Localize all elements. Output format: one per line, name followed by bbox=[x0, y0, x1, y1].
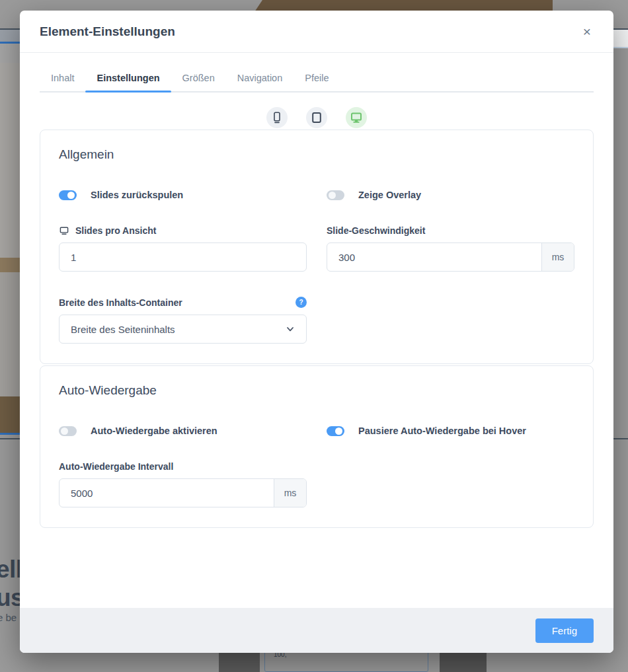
background-page-edge bbox=[613, 30, 628, 48]
field-slides-pro-ansicht: Slides pro Ansicht bbox=[59, 225, 307, 272]
background-paragraph-fragment: e be bbox=[0, 612, 17, 623]
section-title: Allgemein bbox=[59, 147, 574, 162]
background-dark-block bbox=[219, 653, 260, 672]
tab-groessen[interactable]: Größen bbox=[171, 73, 226, 91]
screen: elle us e be 100, Element-Einstellungen … bbox=[0, 0, 628, 672]
field-label-text: Slides pro Ansicht bbox=[75, 225, 156, 236]
device-desktop-button[interactable] bbox=[346, 107, 367, 128]
toggle-label: Slides zurückspulen bbox=[91, 190, 183, 200]
unit-suffix: ms bbox=[541, 243, 574, 271]
device-tablet-button[interactable] bbox=[306, 107, 327, 128]
slide-speed-input[interactable] bbox=[327, 243, 541, 271]
chevron-down-icon bbox=[286, 324, 295, 334]
autoplay-interval-input[interactable] bbox=[59, 479, 274, 507]
section-allgemein: Allgemein Slides zurückspulen Zeige Over… bbox=[40, 130, 594, 364]
device-phone-button[interactable] bbox=[266, 107, 288, 128]
toggle-slides-zurueckspulen[interactable] bbox=[59, 190, 77, 200]
modal-header: Element-Einstellungen × bbox=[20, 11, 613, 53]
toggle-label: Auto-Wiedergabe aktivieren bbox=[91, 426, 217, 436]
unit-suffix: ms bbox=[274, 479, 306, 507]
tab-inhalt[interactable]: Inhalt bbox=[40, 73, 85, 91]
field-label-text: Auto-Wiedergabe Intervall bbox=[59, 461, 173, 472]
monitor-icon bbox=[59, 225, 69, 236]
field-breite-inhalts-container: Breite des Inhalts-Container ? Breite de… bbox=[59, 297, 307, 344]
device-switcher bbox=[20, 107, 613, 128]
tab-pfeile[interactable]: Pfeile bbox=[294, 73, 340, 91]
fertig-button[interactable]: Fertig bbox=[535, 618, 594, 643]
help-icon[interactable]: ? bbox=[295, 297, 307, 308]
modal-footer: Fertig bbox=[20, 608, 613, 653]
close-icon[interactable]: × bbox=[580, 22, 594, 41]
section-auto-wiedergabe: Auto-Wiedergabe Auto-Wiedergabe aktivier… bbox=[40, 365, 594, 528]
modal-title: Element-Einstellungen bbox=[40, 24, 175, 39]
toggle-label: Zeige Overlay bbox=[358, 190, 421, 200]
toggle-label: Pausiere Auto-Wiedergabe bei Hover bbox=[358, 426, 526, 436]
toggle-pause-bei-hover[interactable] bbox=[327, 426, 344, 436]
slides-per-view-input[interactable] bbox=[59, 243, 306, 271]
select-value: Breite des Seiteninhalts bbox=[71, 324, 175, 335]
content-width-select[interactable]: Breite des Seiteninhalts bbox=[59, 315, 307, 344]
desktop-icon bbox=[350, 111, 363, 124]
field-slide-geschwindigkeit: Slide-Geschwindigkeit ms bbox=[327, 225, 574, 272]
tablet-icon bbox=[310, 111, 323, 124]
phone-icon bbox=[270, 111, 284, 124]
toggle-zeige-overlay[interactable] bbox=[327, 190, 344, 200]
field-label-text: Slide-Geschwindigkeit bbox=[327, 225, 425, 236]
tab-einstellungen[interactable]: Einstellungen bbox=[85, 73, 171, 91]
background-slider-photo-strip bbox=[0, 30, 20, 436]
field-label-text: Breite des Inhalts-Container bbox=[59, 297, 182, 308]
tab-navigation[interactable]: Navigation bbox=[226, 73, 294, 91]
tab-bar: Inhalt Einstellungen Größen Navigation P… bbox=[40, 73, 594, 93]
section-title: Auto-Wiedergabe bbox=[59, 383, 574, 398]
toggle-autoplay-aktivieren[interactable] bbox=[59, 426, 77, 436]
background-input-fragment: 100, bbox=[264, 650, 428, 672]
element-settings-modal: Element-Einstellungen × Inhalt Einstellu… bbox=[20, 11, 613, 653]
field-autoplay-intervall: Auto-Wiedergabe Intervall ms bbox=[59, 461, 307, 507]
